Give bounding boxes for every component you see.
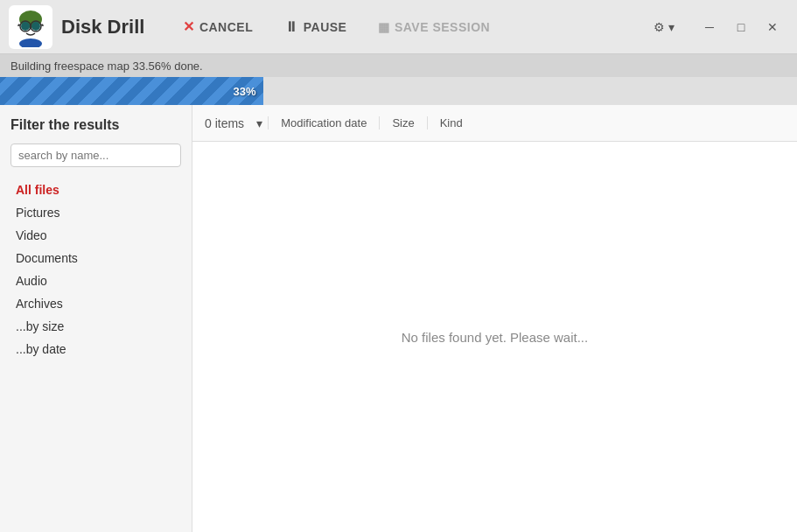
cancel-label: CANCEL — [199, 20, 253, 34]
filter-title: Filter the results — [10, 117, 181, 133]
sidebar-item-by-size[interactable]: ...by size — [10, 316, 181, 337]
pause-button[interactable]: ⏸ PAUSE — [272, 13, 359, 41]
sidebar: Filter the results All files Pictures Vi… — [0, 105, 192, 532]
progress-bar-area: 33% — [0, 77, 797, 105]
sidebar-item-pictures[interactable]: Pictures — [10, 202, 181, 223]
pause-icon: ⏸ — [284, 19, 299, 35]
app-logo — [9, 5, 52, 49]
sidebar-item-by-date[interactable]: ...by date — [10, 339, 181, 360]
cancel-button[interactable]: ✕ CANCEL — [171, 12, 265, 41]
sidebar-item-all-files[interactable]: All files — [10, 179, 181, 200]
maximize-button[interactable]: □ — [725, 11, 757, 43]
column-header-modification-date: Modification date — [268, 116, 379, 130]
sidebar-item-audio[interactable]: Audio — [10, 270, 181, 291]
sidebar-item-video[interactable]: Video — [10, 225, 181, 246]
progress-fill: 33% — [0, 77, 263, 105]
no-files-message: No files found yet. Please wait... — [402, 330, 588, 345]
main-area: Filter the results All files Pictures Vi… — [0, 105, 797, 532]
minimize-button[interactable]: ─ — [694, 11, 725, 43]
sidebar-item-documents[interactable]: Documents — [10, 248, 181, 269]
settings-button[interactable]: ⚙ ▾ — [643, 14, 685, 40]
titlebar: Disk Drill ✕ CANCEL ⏸ PAUSE ▦ SAVE SESSI… — [0, 0, 797, 54]
status-text: Building freespace map 33.56% done. — [10, 60, 203, 73]
save-label: SAVE SESSION — [395, 20, 490, 34]
content-area: 0 items ▾ Modification date Size Kind No… — [192, 105, 797, 532]
settings-dropdown-icon: ▾ — [668, 20, 675, 34]
content-body: No files found yet. Please wait... — [192, 142, 797, 532]
content-header: 0 items ▾ Modification date Size Kind — [192, 105, 797, 142]
close-button[interactable]: ✕ — [757, 11, 788, 43]
settings-icon: ⚙ — [654, 20, 665, 34]
search-input[interactable] — [10, 144, 181, 167]
column-header-kind: Kind — [427, 116, 475, 130]
svg-point-4 — [21, 22, 30, 31]
sidebar-item-archives[interactable]: Archives — [10, 293, 181, 314]
save-session-button[interactable]: ▦ SAVE SESSION — [366, 14, 502, 40]
svg-point-5 — [31, 22, 40, 31]
app-title: Disk Drill — [61, 16, 144, 38]
save-icon: ▦ — [378, 20, 390, 34]
items-count: 0 items — [205, 116, 244, 130]
column-header-size: Size — [379, 116, 426, 130]
window-controls: ─ □ ✕ — [694, 11, 788, 43]
cancel-icon: ✕ — [183, 18, 195, 35]
progress-label: 33% — [234, 85, 256, 98]
pause-label: PAUSE — [304, 20, 347, 34]
statusbar: Building freespace map 33.56% done. — [0, 54, 797, 77]
items-dropdown-button[interactable]: ▾ — [251, 115, 268, 132]
